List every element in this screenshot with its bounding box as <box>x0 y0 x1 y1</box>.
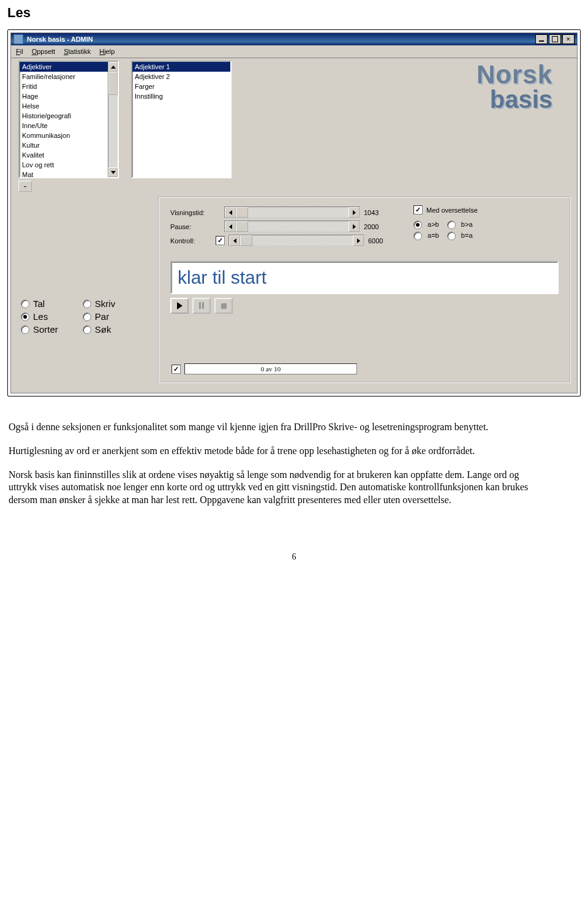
list-item[interactable]: Mat <box>20 170 118 178</box>
med-oversettelse-label: Med oversettelse <box>426 207 478 214</box>
list-item[interactable]: Kvalitet <box>20 150 118 160</box>
list-item[interactable]: Helse <box>20 101 118 111</box>
order-label: b>a <box>461 221 473 228</box>
mode-radio-les[interactable] <box>21 313 29 321</box>
window-titlebar: Norsk basis - ADMIN ✕ <box>11 33 577 45</box>
minimize-icon <box>539 40 544 42</box>
client-area: Adjektiver Familie/relasjoner Fritid Hag… <box>11 58 577 393</box>
window-title: Norsk basis - ADMIN <box>27 36 534 43</box>
subcategory-listbox[interactable]: Adjektiver 1 Adjektiver 2 Farger Innstil… <box>131 61 232 178</box>
play-icon <box>177 302 183 309</box>
mode-radio-par[interactable] <box>83 313 91 321</box>
list-item[interactable]: Adjektiver 1 <box>132 62 230 72</box>
logo-line2: basis <box>477 88 552 111</box>
order-label: b=a <box>461 232 473 239</box>
page-number: 6 <box>7 518 581 562</box>
scroll-thumb[interactable] <box>108 72 118 95</box>
menu-oppsett[interactable]: Oppsett <box>32 48 56 55</box>
body-paragraph: Også i denne seksjonen er funksjonalitet… <box>9 421 548 434</box>
display-field: klar til start <box>170 261 559 294</box>
chevron-right-icon <box>353 224 356 229</box>
mode-radio-sorter[interactable] <box>21 325 29 334</box>
maximize-button[interactable] <box>549 34 561 44</box>
stop-button[interactable] <box>214 298 233 314</box>
progress-text: 0 av 10 <box>185 364 356 374</box>
section-title: Les <box>7 5 581 21</box>
chevron-up-icon <box>111 66 116 69</box>
order-label: a=b <box>428 232 439 239</box>
play-button[interactable] <box>170 298 189 314</box>
list-item[interactable]: Lov og rett <box>20 160 118 170</box>
menubar: Fil Oppsett Statistikk Hjelp <box>11 45 577 58</box>
exercise-panel: Visningstid: 1043 Pause: <box>158 197 571 383</box>
list-item[interactable]: Hage <box>20 91 118 101</box>
visningstid-label: Visningstid: <box>170 209 216 216</box>
document-body: Også i denne seksjonen er funksjonalitet… <box>7 396 554 507</box>
order-radio-ab-gt[interactable] <box>413 221 422 229</box>
minimize-button[interactable] <box>535 34 548 44</box>
maximize-icon <box>552 36 558 42</box>
pause-label: Pause: <box>170 223 216 230</box>
med-oversettelse-checkbox[interactable] <box>413 205 423 214</box>
menu-hjelp[interactable]: Hjelp <box>99 48 115 55</box>
body-paragraph: Hurtiglesning av ord er anerkjent som en… <box>9 445 548 458</box>
order-radio-ba-gt[interactable] <box>447 221 456 229</box>
mode-label: Sorter <box>33 324 58 335</box>
mode-selector: Tal Les Sorter Skriv Par Søk <box>21 297 115 336</box>
chevron-down-icon <box>111 171 116 174</box>
app-icon <box>13 34 23 44</box>
listbox-scrollbar[interactable] <box>108 62 118 177</box>
progress-checkbox[interactable] <box>172 365 181 374</box>
mode-label: Par <box>95 311 109 322</box>
kontroll-value: 6000 <box>368 237 395 245</box>
close-button[interactable]: ✕ <box>562 34 575 44</box>
screenshot-frame: Norsk basis - ADMIN ✕ Fil Oppsett Statis… <box>7 29 581 396</box>
list-item[interactable]: Innstilling <box>132 91 230 101</box>
list-item[interactable]: Historie/geografi <box>20 111 118 121</box>
scroll-up-button[interactable] <box>108 62 118 72</box>
mode-label: Skriv <box>95 298 115 309</box>
list-item[interactable]: Adjektiver <box>20 62 118 72</box>
chevron-right-icon <box>357 238 360 243</box>
product-logo: Norsk basis <box>477 62 552 111</box>
menu-fil[interactable]: Fil <box>16 48 23 55</box>
kontroll-checkbox[interactable] <box>216 236 225 245</box>
chevron-left-icon <box>233 238 236 243</box>
menu-statistikk[interactable]: Statistikk <box>64 48 91 55</box>
chevron-left-icon <box>229 224 232 229</box>
visningstid-slider[interactable] <box>224 207 360 218</box>
pause-slider[interactable] <box>224 221 360 232</box>
progress-bar: 0 av 10 <box>184 363 357 374</box>
kontroll-label: Kontroll: <box>170 237 216 245</box>
stop-icon <box>221 303 227 309</box>
list-item[interactable]: Kommunikasjon <box>20 131 118 140</box>
app-window: Norsk basis - ADMIN ✕ Fil Oppsett Statis… <box>10 32 578 393</box>
mode-radio-sok[interactable] <box>83 325 91 334</box>
mode-radio-tal[interactable] <box>21 300 29 308</box>
list-item[interactable]: Farger <box>132 82 230 91</box>
kontroll-slider[interactable] <box>228 235 364 246</box>
visningstid-value: 1043 <box>364 209 391 216</box>
order-radio-ba-eq[interactable] <box>447 232 456 240</box>
list-item[interactable]: Kultur <box>20 140 118 150</box>
list-item[interactable]: Inne/Ute <box>20 121 118 131</box>
order-label: a>b <box>428 221 439 228</box>
mode-label: Søk <box>95 324 111 335</box>
pause-icon <box>198 302 205 310</box>
mode-label: Les <box>33 311 48 322</box>
list-item[interactable]: Fritid <box>20 82 118 91</box>
scroll-down-button[interactable] <box>108 167 118 177</box>
order-radio-ab-eq[interactable] <box>413 232 422 240</box>
pause-button[interactable] <box>192 298 211 314</box>
collapse-button[interactable]: - <box>18 181 32 192</box>
mode-radio-skriv[interactable] <box>83 300 91 308</box>
mode-label: Tal <box>33 298 45 309</box>
list-item[interactable]: Familie/relasjoner <box>20 72 118 82</box>
chevron-left-icon <box>229 210 232 215</box>
body-paragraph: Norsk basis kan fininnstilles slik at or… <box>9 469 548 507</box>
list-item[interactable]: Adjektiver 2 <box>132 72 230 82</box>
category-listbox[interactable]: Adjektiver Familie/relasjoner Fritid Hag… <box>18 61 119 178</box>
logo-line1: Norsk <box>477 62 552 88</box>
chevron-right-icon <box>353 210 356 215</box>
pause-value: 2000 <box>364 223 391 230</box>
